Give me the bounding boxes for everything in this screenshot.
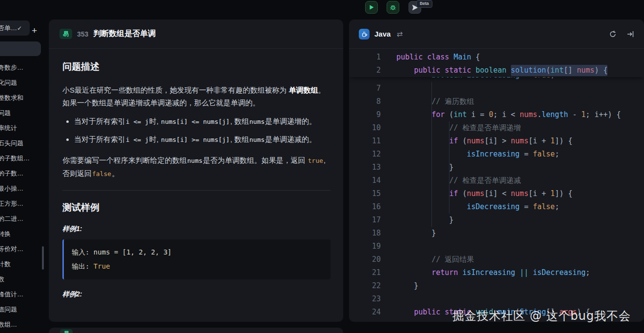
bug-icon bbox=[390, 4, 396, 11]
code-token: 1 bbox=[581, 110, 585, 119]
line-content: isDecreasing = false; bbox=[396, 200, 559, 214]
sidebar-item[interactable]: 值问题 bbox=[0, 302, 45, 317]
sidebar-item[interactable]: 最小操… bbox=[0, 181, 45, 196]
sidebar-item[interactable]: 的子数… bbox=[0, 166, 45, 181]
code-token: public bbox=[396, 53, 423, 61]
text-segment: nums = [1, 2, 2, 3] bbox=[94, 248, 172, 256]
run-button[interactable] bbox=[365, 1, 378, 14]
sidebar-item-label: 奇数步… bbox=[0, 63, 23, 72]
code-line: 7 bbox=[349, 82, 644, 95]
next-problem-card-peek[interactable]: 易 bbox=[49, 328, 343, 333]
text-segment: True bbox=[94, 262, 110, 270]
sidebar-item[interactable]: 正方形… bbox=[0, 196, 45, 211]
code-token: main bbox=[498, 308, 515, 316]
problem-panel: 易 353 判断数组是否单调 问题描述 小S最近在研究一些数组的性质，她发现有一… bbox=[49, 20, 343, 322]
code-token: [i] < bbox=[485, 189, 511, 198]
code-token: ; i++) { bbox=[585, 110, 621, 119]
code-token: = bbox=[520, 77, 533, 79]
sidebar-item[interactable]: 石头问题 bbox=[0, 136, 45, 151]
code-token: 1 bbox=[550, 137, 555, 145]
code-token: if bbox=[449, 189, 458, 198]
text-segment: 当对于所有索引 bbox=[74, 135, 125, 143]
line-number: 23 bbox=[349, 293, 381, 306]
sidebar-item[interactable]: 数 bbox=[0, 272, 45, 287]
line-content: if (nums[i] > nums[i + 1]) { bbox=[396, 135, 572, 148]
line-content: public class Main { bbox=[396, 51, 480, 64]
description-paragraph-2: 你需要编写一个程序来判断给定的数组nums是否为单调数组。如果是，返回 true… bbox=[62, 154, 331, 180]
collapse-panel-icon[interactable] bbox=[626, 30, 634, 38]
text-segment: 时, bbox=[149, 135, 160, 143]
sidebar-item[interactable]: 奇数步… bbox=[0, 60, 45, 75]
text-segment: 是单调递减的。 bbox=[265, 135, 316, 143]
code-token bbox=[396, 189, 449, 198]
sidebar-item[interactable]: 率统计 bbox=[0, 120, 45, 136]
sidebar-item[interactable]: 等价对… bbox=[0, 241, 45, 256]
bullet-item: 当对于所有索引i <= j时, nums[i] <= nums[j], 数组nu… bbox=[74, 115, 331, 128]
check-icon: ✓ bbox=[17, 25, 22, 32]
code-token: public bbox=[414, 66, 440, 75]
debug-button[interactable] bbox=[387, 1, 399, 14]
code-line: 2 public static boolean solution(int[] n… bbox=[349, 64, 644, 77]
code-token bbox=[396, 97, 431, 106]
code-token: args bbox=[559, 308, 577, 316]
text-segment: , 数组 bbox=[230, 135, 249, 143]
example-line: 输出: True bbox=[72, 259, 323, 274]
problem-content: 问题描述 小S最近在研究一些数组的性质，她发现有一种非常有趣的数组被称为 单调数… bbox=[49, 49, 343, 299]
editor-header: Java ⇄ bbox=[349, 20, 644, 49]
problem-title: 判断数组是否单调 bbox=[93, 29, 156, 39]
line-number: 1 bbox=[349, 51, 381, 64]
sidebar-item-label: 最小操… bbox=[0, 184, 23, 193]
line-content: } bbox=[396, 279, 418, 293]
sidebar-item[interactable]: 的子数组… bbox=[0, 151, 45, 166]
sidebar-scrollbar[interactable] bbox=[42, 246, 44, 270]
sidebar-item[interactable]: 数组… bbox=[0, 317, 45, 332]
code-token: [] bbox=[546, 308, 559, 316]
code-line: 12 isIncreasing = false; bbox=[349, 148, 644, 161]
sidebar-item[interactable]: 计数 bbox=[0, 256, 45, 272]
sidebar-list: 否单…✓奇数步…化问题整数求和问题率统计石头问题的子数组…的子数…最小操…正方形… bbox=[0, 60, 45, 332]
code-token: ( bbox=[515, 308, 520, 316]
editor-panel: Java ⇄ 1public class Main {2 public stat… bbox=[349, 20, 644, 322]
sidebar-item[interactable]: 峰值计… bbox=[0, 287, 45, 302]
text-segment: 单调数组 bbox=[289, 86, 318, 94]
sidebar-item[interactable]: 的二进… bbox=[0, 211, 45, 226]
sidebar-item[interactable]: 问题 bbox=[0, 105, 45, 120]
line-content: } bbox=[396, 214, 453, 227]
code-token: = bbox=[520, 202, 533, 211]
code-token bbox=[528, 268, 533, 277]
line-number: 21 bbox=[349, 266, 381, 279]
sidebar-item[interactable]: 化问题 bbox=[0, 75, 45, 90]
code-token: class bbox=[427, 53, 449, 61]
code-token bbox=[396, 255, 431, 264]
code-token: void bbox=[476, 308, 493, 316]
line-number: 12 bbox=[349, 148, 381, 161]
code-token: Main bbox=[453, 53, 471, 61]
text-segment: , 数组 bbox=[230, 117, 249, 125]
code-editor[interactable]: 1public class Main {2 public static bool… bbox=[349, 49, 644, 319]
language-switch-icon[interactable]: ⇄ bbox=[396, 30, 403, 39]
code-token: static bbox=[445, 308, 471, 316]
line-content: // 检查是否单调递减 bbox=[396, 174, 521, 187]
reset-code-icon[interactable] bbox=[609, 30, 617, 38]
code-token: // 返回结果 bbox=[431, 255, 474, 264]
code-token: public bbox=[414, 308, 440, 316]
sidebar-active-box[interactable] bbox=[0, 41, 41, 56]
code-line: 22 } bbox=[349, 279, 644, 293]
sidebar-item[interactable]: 否单…✓ bbox=[0, 20, 30, 36]
text-segment: false bbox=[92, 170, 112, 177]
selection-highlight bbox=[511, 65, 608, 76]
text-segment: 当对于所有索引 bbox=[74, 117, 125, 125]
add-icon[interactable]: + bbox=[32, 27, 37, 35]
code-token: [i + bbox=[528, 189, 550, 198]
line-content: } bbox=[396, 161, 453, 174]
line-number: 16 bbox=[349, 200, 381, 214]
code-token: ; bbox=[585, 268, 590, 277]
code-token: boolean bbox=[476, 66, 507, 75]
code-token bbox=[396, 77, 431, 79]
sidebar-item-label: 计数 bbox=[0, 260, 11, 269]
code-token: } bbox=[396, 163, 453, 172]
sidebar-item[interactable]: 整数求和 bbox=[0, 90, 45, 105]
code-token: nums bbox=[467, 189, 485, 198]
sidebar-item[interactable]: 转换 bbox=[0, 226, 45, 241]
example1-label: 样例1: bbox=[62, 225, 331, 234]
